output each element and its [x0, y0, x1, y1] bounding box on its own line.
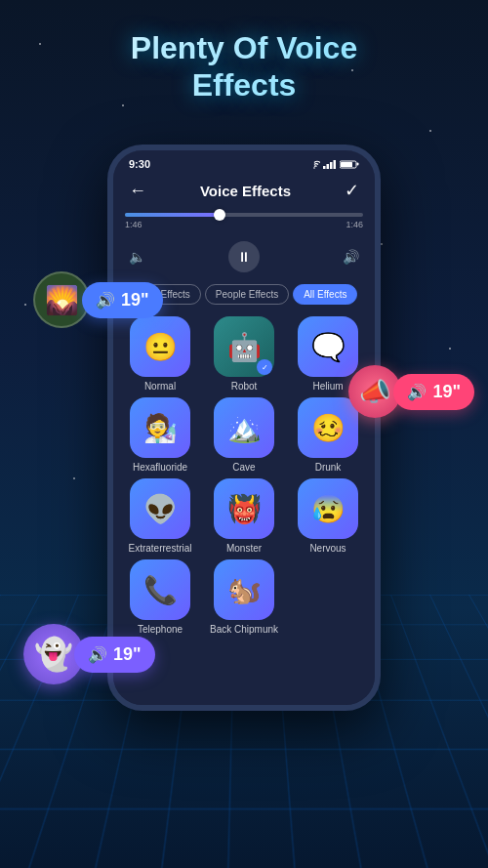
- megaphone-badge-label: 🔊 19": [393, 374, 474, 410]
- signal-icon: [323, 159, 337, 169]
- effect-hexafluoride[interactable]: 🧑‍🔬 Hexafluoride: [121, 397, 199, 473]
- effect-icon-telephone: 📞: [130, 559, 190, 620]
- ghost-badge-value: 19": [113, 644, 142, 665]
- main-title: Plenty Of Voice Effects: [0, 29, 488, 104]
- battery-icon: [340, 159, 359, 169]
- progress-track[interactable]: [125, 213, 363, 217]
- back-button[interactable]: ←: [129, 181, 146, 201]
- effects-grid: 😐 Normal 🤖 ✓ Robot 🗨️ Helium: [113, 310, 375, 641]
- effect-icon-nervous: 😰: [298, 478, 358, 539]
- progress-thumb: [214, 209, 225, 221]
- effect-label-hexafluoride: Hexafluoride: [133, 462, 187, 473]
- cave-badge: 🌄 🔊 19": [33, 271, 163, 328]
- megaphone-badge: 📣 🔊 19": [348, 365, 474, 418]
- volume-high-icon[interactable]: 🔊: [343, 249, 359, 265]
- pause-button[interactable]: ⏸: [228, 241, 260, 272]
- megaphone-badge-value: 19": [432, 382, 461, 402]
- status-time: 9:30: [129, 158, 150, 170]
- app-header: ← Voice Effects ✓: [113, 174, 375, 209]
- progress-container: 1:46 1:46: [113, 209, 375, 237]
- effect-label-cave: Cave: [232, 462, 255, 473]
- svg-rect-4: [334, 160, 337, 169]
- svg-rect-1: [323, 166, 326, 169]
- effect-icon-robot: 🤖 ✓: [214, 316, 274, 377]
- confirm-button[interactable]: ✓: [345, 180, 359, 201]
- effect-label-helium: Helium: [312, 381, 343, 392]
- effect-back-chipmunk[interactable]: 🐿️ Back Chipmunk: [205, 559, 283, 635]
- screen-title: Voice Effects: [200, 183, 291, 199]
- svg-rect-7: [357, 163, 359, 166]
- svg-point-0: [313, 167, 315, 169]
- effect-icon-back-chipmunk: 🐿️: [214, 559, 274, 620]
- effect-check-robot: ✓: [257, 359, 272, 375]
- progress-times: 1:46 1:46: [125, 220, 363, 229]
- cave-badge-speaker-icon: 🔊: [96, 291, 115, 310]
- svg-rect-2: [327, 164, 330, 169]
- ghost-speaker-icon: 🔊: [88, 645, 107, 664]
- total-time: 1:46: [346, 220, 363, 229]
- effect-icon-extraterrestrial: 👽: [130, 478, 190, 539]
- current-time: 1:46: [125, 220, 142, 229]
- effect-label-nervous: Nervous: [309, 543, 346, 554]
- megaphone-speaker-icon: 🔊: [407, 383, 427, 401]
- tab-people-effects[interactable]: People Effects: [205, 284, 289, 305]
- ghost-badge-label: 🔊 19": [74, 637, 155, 673]
- effect-label-robot: Robot: [231, 381, 258, 392]
- progress-fill: [125, 213, 221, 217]
- svg-rect-3: [330, 162, 333, 169]
- effect-label-extraterrestrial: Extraterrestrial: [128, 543, 191, 554]
- effect-label-back-chipmunk: Back Chipmunk: [210, 624, 278, 635]
- cave-badge-label: 🔊 19": [82, 282, 163, 318]
- status-bar: 9:30: [113, 150, 375, 174]
- tab-all-effects[interactable]: All Effects: [293, 284, 357, 305]
- effect-label-monster: Monster: [226, 543, 262, 554]
- effect-cave[interactable]: 🏔️ Cave: [205, 397, 283, 473]
- effect-extraterrestrial[interactable]: 👽 Extraterrestrial: [121, 478, 199, 554]
- effect-label-drunk: Drunk: [315, 462, 342, 473]
- effect-icon-cave: 🏔️: [214, 397, 274, 458]
- effect-label-normal: Normal: [144, 381, 176, 392]
- ghost-badge: 👻 🔊 19": [23, 624, 155, 684]
- volume-low-icon[interactable]: 🔈: [129, 249, 145, 265]
- effect-nervous[interactable]: 😰 Nervous: [289, 478, 367, 554]
- svg-rect-6: [341, 162, 352, 167]
- effect-icon-monster: 👹: [214, 478, 274, 539]
- effect-monster[interactable]: 👹 Monster: [205, 478, 283, 554]
- cave-badge-value: 19": [121, 290, 149, 310]
- status-icons: [308, 159, 359, 169]
- phone-screen: 9:30: [113, 150, 375, 705]
- effect-robot[interactable]: 🤖 ✓ Robot: [205, 316, 283, 392]
- effect-icon-hexafluoride: 🧑‍🔬: [130, 397, 190, 458]
- wifi-icon: [308, 159, 320, 169]
